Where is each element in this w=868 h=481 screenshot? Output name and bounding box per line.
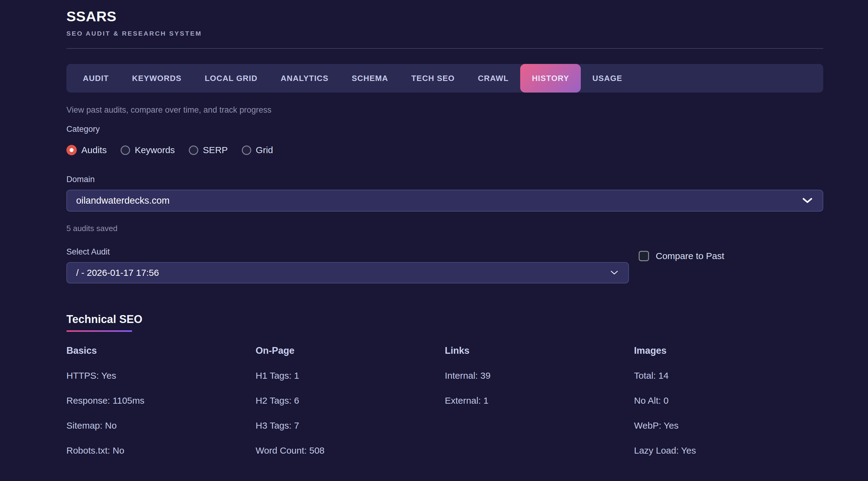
domain-select[interactable]: oilandwaterdecks.com <box>66 190 823 212</box>
history-description: View past audits, compare over time, and… <box>66 105 823 115</box>
tech-stat-row: Robots.txt: No <box>66 446 255 455</box>
tech-stat-row: No Alt: 0 <box>634 396 823 406</box>
select-audit-row: Select Audit / - 2026-01-17 17:56 Compar… <box>66 247 823 283</box>
tech-column-links: LinksInternal: 39External: 1 <box>445 346 634 471</box>
section-title-underline <box>66 330 132 332</box>
tech-stat-row: Total: 14 <box>634 371 823 381</box>
radio-label-keywords: Keywords <box>135 145 175 155</box>
radio-label-audits: Audits <box>81 145 106 155</box>
tech-stat-row: Word Count: 508 <box>255 446 445 455</box>
audits-saved-count: 5 audits saved <box>66 224 823 233</box>
tab-analytics[interactable]: ANALYTICS <box>269 64 340 93</box>
tech-column-rows: Total: 14No Alt: 0WebP: YesLazy Load: Ye… <box>634 371 823 455</box>
technical-seo-grid: BasicsHTTPS: YesResponse: 1105msSitemap:… <box>66 346 823 471</box>
tech-stat-row: WebP: Yes <box>634 421 823 430</box>
tech-column-rows: Internal: 39External: 1 <box>445 371 634 406</box>
tech-column-on-page: On-PageH1 Tags: 1H2 Tags: 6H3 Tags: 7Wor… <box>255 346 445 471</box>
tech-column-title: Basics <box>66 346 255 356</box>
tab-schema[interactable]: SCHEMA <box>340 64 400 93</box>
domain-label: Domain <box>66 175 823 184</box>
compare-to-past-option[interactable]: Compare to Past <box>639 251 724 261</box>
tech-stat-row: H2 Tags: 6 <box>255 396 445 406</box>
app-subtitle: SEO AUDIT & RESEARCH SYSTEM <box>66 30 823 37</box>
select-audit-label: Select Audit <box>66 247 629 257</box>
domain-select-value: oilandwaterdecks.com <box>76 195 169 206</box>
compare-checkbox[interactable] <box>639 251 649 261</box>
app-header: SSARS SEO AUDIT & RESEARCH SYSTEM <box>66 8 823 37</box>
radio-option-grid[interactable]: Grid <box>242 145 273 155</box>
category-label: Category <box>66 125 823 134</box>
tab-tech-seo[interactable]: TECH SEO <box>400 64 467 93</box>
tab-usage[interactable]: USAGE <box>581 64 634 93</box>
tech-stat-row: Response: 1105ms <box>66 396 255 406</box>
category-radio-group: AuditsKeywordsSERPGrid <box>66 145 823 155</box>
compare-checkbox-label: Compare to Past <box>656 251 724 261</box>
tab-keywords[interactable]: KEYWORDS <box>120 64 193 93</box>
chevron-down-icon <box>611 270 618 275</box>
radio-circle-serp[interactable] <box>189 146 198 155</box>
tech-column-title: Images <box>634 346 823 356</box>
history-page: SSARS SEO AUDIT & RESEARCH SYSTEM AUDITK… <box>0 0 868 471</box>
radio-option-keywords[interactable]: Keywords <box>121 145 175 155</box>
radio-label-serp: SERP <box>203 145 228 155</box>
chevron-down-icon <box>803 198 812 203</box>
select-audit-field: Select Audit / - 2026-01-17 17:56 <box>66 247 629 283</box>
tab-bar: AUDITKEYWORDSLOCAL GRIDANALYTICSSCHEMATE… <box>66 64 823 93</box>
audit-select[interactable]: / - 2026-01-17 17:56 <box>66 262 629 283</box>
tech-stat-row: Sitemap: No <box>66 421 255 430</box>
tech-stat-row: Lazy Load: Yes <box>634 446 823 455</box>
section-title: Technical SEO <box>66 313 823 326</box>
tech-stat-row: H3 Tags: 7 <box>255 421 445 430</box>
radio-circle-grid[interactable] <box>242 146 251 155</box>
audit-select-value: / - 2026-01-17 17:56 <box>76 267 159 278</box>
tech-column-rows: HTTPS: YesResponse: 1105msSitemap: NoRob… <box>66 371 255 455</box>
tech-column-rows: H1 Tags: 1H2 Tags: 6H3 Tags: 7Word Count… <box>255 371 445 455</box>
tech-stat-row: External: 1 <box>445 396 634 406</box>
app-title: SSARS <box>66 8 823 25</box>
radio-option-audits[interactable]: Audits <box>66 145 106 155</box>
tech-column-images: ImagesTotal: 14No Alt: 0WebP: YesLazy Lo… <box>634 346 823 471</box>
radio-label-grid: Grid <box>256 145 273 155</box>
tech-stat-row: Internal: 39 <box>445 371 634 381</box>
tech-column-title: On-Page <box>255 346 445 356</box>
tab-local-grid[interactable]: LOCAL GRID <box>193 64 269 93</box>
tab-crawl[interactable]: CRAWL <box>466 64 520 93</box>
radio-circle-keywords[interactable] <box>121 146 130 155</box>
radio-circle-audits[interactable] <box>66 145 77 155</box>
tab-history[interactable]: HISTORY <box>520 64 581 93</box>
tech-column-title: Links <box>445 346 634 356</box>
radio-option-serp[interactable]: SERP <box>189 145 228 155</box>
tech-stat-row: HTTPS: Yes <box>66 371 255 381</box>
tech-stat-row: H1 Tags: 1 <box>255 371 445 381</box>
tech-column-basics: BasicsHTTPS: YesResponse: 1105msSitemap:… <box>66 346 255 471</box>
tab-audit[interactable]: AUDIT <box>71 64 120 93</box>
header-divider <box>66 48 823 49</box>
